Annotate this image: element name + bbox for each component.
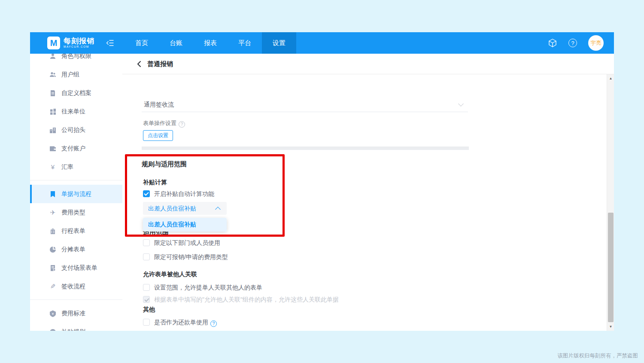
subsidy-dropdown: 出差人员住宿补贴 <box>143 218 227 232</box>
help-icon[interactable]: ? <box>568 39 577 47</box>
sidebar-item-label: 分摊表单 <box>61 246 85 253</box>
bookmark-icon <box>49 191 56 198</box>
archive-icon <box>49 90 56 97</box>
link-auto-row: 根据表单中填写的"允许他人关联"组件的内容，允许这些人关联此单据 <box>143 296 339 304</box>
sidebar-item-label: 支付账户 <box>61 145 85 153</box>
repay-usage-row: 是否作为还款单使用? <box>143 318 217 327</box>
sidebar-item-label: 补贴规则 <box>61 328 85 331</box>
checkbox-unchecked[interactable] <box>143 239 150 246</box>
avatar[interactable]: 宇亮 <box>588 35 604 51</box>
checkbox-unchecked[interactable] <box>143 319 150 326</box>
sidebar-item-expense-types[interactable]: ✈ 费用类型 <box>30 203 122 222</box>
wallet-icon <box>49 145 56 152</box>
sign-flow-select[interactable]: 通用签收流 <box>142 99 468 112</box>
user-group-icon <box>49 71 56 78</box>
scope-limit-dept-row: 限定以下部门或人员使用 <box>143 239 220 247</box>
sidebar-item-exchange-rate[interactable]: ¥ 汇率 <box>30 158 122 176</box>
sidebar-divider <box>30 296 122 304</box>
sidebar-item-payment-scene-forms[interactable]: 支付场景表单 <box>30 259 122 277</box>
vertical-scrollbar[interactable]: ▲ ▼ <box>607 74 614 331</box>
sidebar-item-expense-standards[interactable]: ¥ 费用标准 <box>30 304 122 323</box>
nav-tab-platform[interactable]: 平台 <box>228 32 262 54</box>
sidebar-collapse-icon[interactable] <box>105 38 115 48</box>
checkbox-checked[interactable] <box>143 190 150 197</box>
main-header: 普通报销 <box>122 54 614 74</box>
chevron-down-icon <box>458 101 464 107</box>
sidebar-item-label: 行程表单 <box>61 227 85 235</box>
sidebar-item-label: 用户组 <box>61 71 79 79</box>
dropdown-option-selected[interactable]: 出差人员住宿补贴 <box>143 218 227 232</box>
watermark-text: 该图片版权归每刻所有，严禁盗图 <box>558 352 638 360</box>
grid-icon <box>49 108 56 115</box>
sign-flow-value: 通用签收流 <box>144 101 174 109</box>
logo-domain: MAYCUR.COM <box>64 46 94 49</box>
pen-icon: ✎ <box>49 283 56 290</box>
logo-mark-icon: M <box>47 37 60 49</box>
sidebar-item-label: 往来单位 <box>61 108 85 116</box>
page-background: M 每刻报销 MAYCUR.COM 首页 台账 报表 平台 设置 <box>0 0 644 363</box>
sidebar-item-user-groups[interactable]: 用户组 <box>30 65 122 84</box>
click-setting-button[interactable]: 点击设置 <box>143 130 173 141</box>
sidebar-item-label: 自定义档案 <box>61 89 91 97</box>
pie-icon <box>49 246 56 253</box>
sidebar-item-trip-forms[interactable]: 行程表单 <box>30 222 122 240</box>
sidebar-item-custom-archives[interactable]: 自定义档案 <box>30 84 122 102</box>
page-title: 普通报销 <box>147 60 173 68</box>
question-icon[interactable]: ? <box>210 320 217 327</box>
checkbox-unchecked[interactable] <box>143 284 150 291</box>
sidebar: 角色与权限 用户组 自定义档案 往来单位 公司抬头 <box>30 54 122 331</box>
checkbox-checked-disabled <box>143 296 150 303</box>
question-icon[interactable]: ? <box>179 121 185 128</box>
link-section-title: 允许表单被他人关联 <box>143 271 197 278</box>
sidebar-item-label: 费用标准 <box>61 310 85 317</box>
rules-section-title: 规则与适用范围 <box>142 160 187 168</box>
subsidy-calc-title: 补贴计算 <box>143 179 167 186</box>
back-button[interactable] <box>135 60 144 68</box>
nav-tab-ledger[interactable]: 台账 <box>159 32 193 54</box>
scrollbar-thumb[interactable] <box>608 213 614 322</box>
form-op-label: 表单操作设置? <box>143 119 185 128</box>
section-divider-bar <box>142 146 469 150</box>
sidebar-item-roles[interactable]: 角色与权限 <box>30 54 122 65</box>
sidebar-item-label: 费用类型 <box>61 209 85 217</box>
nav-tab-settings[interactable]: 设置 <box>262 32 296 54</box>
scroll-down-arrow-icon[interactable]: ▼ <box>607 323 614 330</box>
subsidy-select-value: 出差人员住宿补贴 <box>148 205 196 213</box>
sidebar-item-subsidy-rules[interactable]: ¥ 补贴规则 <box>30 323 122 331</box>
coin-icon: ¥ <box>49 329 56 331</box>
app-window: M 每刻报销 MAYCUR.COM 首页 台账 报表 平台 设置 <box>30 32 614 331</box>
sidebar-item-label: 支付场景表单 <box>61 264 97 272</box>
sidebar-item-sign-flow[interactable]: ✎ 签收流程 <box>30 277 122 296</box>
sidebar-item-label: 汇率 <box>61 163 73 171</box>
yen-icon: ¥ <box>49 164 56 171</box>
scope-limit-expense-row: 限定可报销/申请的费用类型 <box>143 253 228 261</box>
luggage-icon <box>49 228 56 235</box>
sidebar-item-company-header[interactable]: 公司抬头 <box>30 121 122 139</box>
logo-brand: 每刻报销 <box>64 37 94 45</box>
shield-yen-icon: ¥ <box>49 310 56 317</box>
sidebar-item-forms-flows[interactable]: 单据与流程 <box>30 185 122 203</box>
top-nav: M 每刻报销 MAYCUR.COM 首页 台账 报表 平台 设置 <box>30 32 614 54</box>
scroll-up-arrow-icon[interactable]: ▲ <box>607 75 614 82</box>
payment-form-icon <box>49 265 56 271</box>
subsidy-select[interactable]: 出差人员住宿补贴 <box>143 202 227 215</box>
cube-icon[interactable] <box>548 38 557 48</box>
sidebar-item-label: 角色与权限 <box>61 54 91 60</box>
chevron-up-icon <box>215 207 221 212</box>
subsidy-enable-label: 开启补贴自动计算功能 <box>154 190 214 197</box>
subsidy-enable-row: 开启补贴自动计算功能 <box>143 190 214 198</box>
other-section-title: 其他 <box>143 306 155 314</box>
svg-text:¥: ¥ <box>52 312 54 316</box>
sidebar-divider <box>30 176 122 185</box>
nav-tab-home[interactable]: 首页 <box>125 32 159 54</box>
sidebar-item-split-forms[interactable]: 分摊表单 <box>30 240 122 259</box>
sidebar-item-payment-accounts[interactable]: 支付账户 <box>30 139 122 158</box>
checkbox-unchecked[interactable] <box>143 253 150 260</box>
app-logo[interactable]: M 每刻报销 MAYCUR.COM <box>47 37 94 49</box>
svg-text:¥: ¥ <box>52 330 54 331</box>
sidebar-item-counterparties[interactable]: 往来单位 <box>30 102 122 121</box>
sidebar-item-label: 公司抬头 <box>61 126 85 134</box>
building-icon <box>49 127 56 134</box>
nav-tab-reports[interactable]: 报表 <box>193 32 228 54</box>
sidebar-item-label: 单据与流程 <box>61 190 91 198</box>
